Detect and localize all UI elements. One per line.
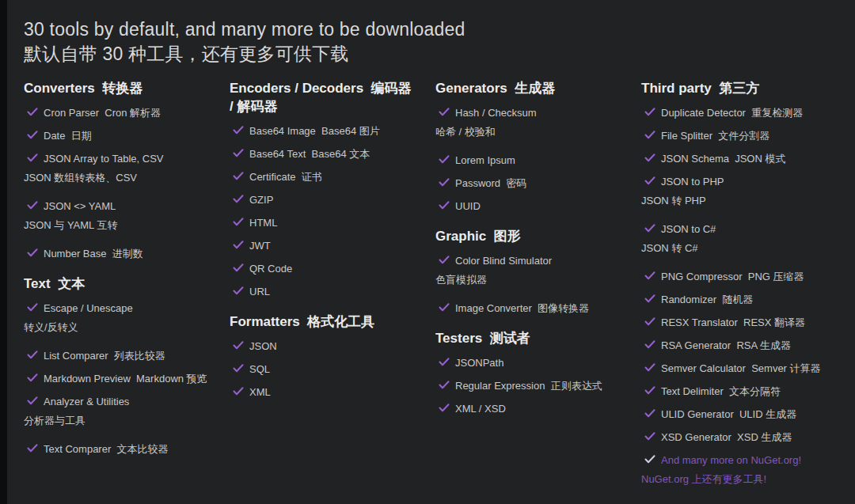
tool-item-label-wrapped: 色盲模拟器	[435, 273, 619, 286]
check-icon	[439, 404, 450, 412]
tool-item-label: JSON to C#	[661, 223, 716, 235]
tool-item-line: JSON	[230, 339, 413, 353]
section-title: Encoders / Decoders 编码器 / 解码器	[230, 79, 413, 116]
tool-item: UUID	[435, 199, 619, 213]
tool-item-label: Randomizer 随机器	[661, 294, 753, 305]
check-icon	[439, 381, 450, 389]
tool-item-line: Analyzer & Utilities	[24, 395, 207, 408]
check-icon	[439, 256, 450, 264]
check-icon	[27, 248, 38, 257]
tool-item: JSON to C#JSON 转 C#	[641, 222, 826, 255]
tool-item-line: Text Delimiter 文本分隔符	[641, 385, 826, 398]
check-icon	[27, 108, 38, 116]
tool-item: JSON Array to Table, CSVJSON 数组转表格、CSV	[24, 152, 207, 184]
tool-item: Text Comparer 文本比较器	[24, 442, 207, 456]
tool-item-label: Color Blind Simulator	[455, 255, 552, 267]
check-icon	[644, 271, 656, 280]
check-icon	[439, 155, 450, 164]
nuget-link-item[interactable]: And many more on NuGet.org!NuGet.org 上还有…	[641, 453, 826, 486]
check-icon	[27, 396, 38, 405]
tool-item-line: Certificate 证书	[230, 170, 413, 184]
check-icon	[644, 131, 656, 139]
check-icon	[233, 341, 244, 350]
tool-item-line: Image Converter 图像转换器	[435, 301, 619, 315]
tool-item-line: Color Blind Simulator	[435, 254, 619, 267]
tool-item-label-wrapped: JSON 转 PHP	[641, 194, 826, 207]
tool-item-line: JSON <> YAML	[24, 199, 207, 213]
tool-item-label: JSON	[249, 340, 277, 352]
check-icon	[27, 373, 38, 382]
check-icon	[644, 294, 656, 303]
tool-item: JSON <> YAMLJSON 与 YAML 互转	[24, 199, 207, 232]
tool-item-label-wrapped: JSON 转 C#	[641, 241, 826, 255]
section-title: Third party 第三方	[641, 79, 826, 97]
tool-item-line: Escape / Unescape	[24, 301, 207, 315]
tool-item-label-wrapped: 分析器与工具	[24, 414, 207, 427]
tool-item: Date 日期	[24, 129, 207, 142]
column-4: Third party 第三方Duplicate Detector 重复检测器F…	[641, 79, 826, 501]
tool-item: SQL	[230, 362, 413, 376]
check-icon	[233, 387, 244, 396]
page-title-en: 30 tools by default, and many more to be…	[24, 17, 831, 42]
page-title-zh: 默认自带 30 种工具，还有更多可供下载	[24, 42, 831, 66]
tool-item: RSA Generator RSA 生成器	[641, 339, 826, 352]
check-icon	[644, 153, 656, 162]
tool-item-label: Escape / Unescape	[44, 302, 133, 314]
section-title: Testers 测试者	[435, 329, 619, 347]
tool-item-line: Text Comparer 文本比较器	[24, 442, 207, 456]
tool-item-line: UUID	[435, 199, 619, 213]
tool-item-line: Password 密码	[435, 176, 619, 190]
check-icon	[644, 224, 656, 233]
tool-item: Cron Parser Cron 解析器	[24, 106, 207, 119]
section-title: Generators 生成器	[435, 79, 619, 97]
tool-item: Randomizer 随机器	[641, 293, 826, 306]
tool-item-label: Text Delimiter 文本分隔符	[661, 385, 781, 397]
column-3: Generators 生成器Hash / Checksum哈希 / 校验和Lor…	[435, 79, 619, 425]
tool-item-line: Base64 Image Base64 图片	[230, 124, 413, 138]
section-graphic: Graphic 图形Color Blind Simulator色盲模拟器Imag…	[435, 227, 619, 315]
check-icon	[644, 386, 656, 395]
tool-item-label: RSA Generator RSA 生成器	[661, 339, 791, 351]
tool-item-line: Markdown Preview Markdown 预览	[24, 372, 207, 385]
tool-item-line: Duplicate Detector 重复检测器	[641, 106, 826, 119]
check-icon	[439, 178, 450, 187]
tool-item-label: UUID	[455, 200, 481, 212]
check-icon	[644, 409, 656, 418]
section-converters: Converters 转换器Cron Parser Cron 解析器Date 日…	[24, 79, 207, 260]
tool-item-line: JWT	[230, 239, 413, 252]
tool-item-line: SQL	[230, 362, 413, 376]
tool-item-label-wrapped: 转义/反转义	[24, 320, 207, 334]
check-icon	[439, 303, 450, 312]
tool-item: Lorem Ipsum	[435, 153, 619, 167]
tools-overview-page: 30 tools by default, and many more to be…	[0, 0, 855, 501]
tool-item: File Splitter 文件分割器	[641, 129, 826, 142]
check-icon	[233, 263, 244, 272]
tool-item-label: Base64 Text Base64 文本	[249, 148, 370, 160]
tool-item-line: Cron Parser Cron 解析器	[24, 106, 207, 119]
section-title: Graphic 图形	[435, 227, 619, 245]
page-title: 30 tools by default, and many more to be…	[24, 17, 831, 66]
tool-item-line: Randomizer 随机器	[641, 293, 826, 306]
tool-item: Color Blind Simulator色盲模拟器	[435, 254, 619, 286]
tool-item: XML / XSD	[435, 402, 619, 415]
check-icon	[644, 432, 656, 441]
check-icon	[233, 218, 244, 226]
section-generators: Generators 生成器Hash / Checksum哈希 / 校验和Lor…	[435, 79, 619, 213]
tool-item-label: Analyzer & Utilities	[44, 396, 129, 407]
check-icon	[233, 195, 244, 203]
tool-item-label: JSONPath	[455, 357, 504, 369]
tool-item-label: Markdown Preview Markdown 预览	[44, 373, 207, 385]
tool-item-line: HTML	[230, 216, 413, 229]
tool-item-label: JWT	[249, 240, 271, 252]
check-icon	[439, 201, 450, 210]
tool-item-label: GZIP	[249, 194, 273, 206]
tool-item-label: File Splitter 文件分割器	[661, 130, 770, 142]
tool-item-label: JSON to PHP	[661, 176, 724, 188]
section-third: Third party 第三方Duplicate Detector 重复检测器F…	[641, 79, 826, 486]
tool-item-line: JSON Array to Table, CSV	[24, 152, 207, 165]
tool-item-label: Image Converter 图像转换器	[455, 302, 589, 314]
tool-item-line: XML	[230, 385, 413, 399]
tool-item-line: XSD Generator XSD 生成器	[641, 430, 826, 444]
tool-item-label: Duplicate Detector 重复检测器	[661, 107, 803, 119]
tool-item-line: File Splitter 文件分割器	[641, 129, 826, 142]
